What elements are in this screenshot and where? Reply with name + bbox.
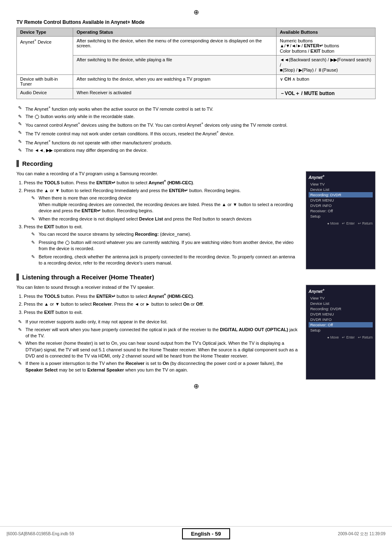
- device-anynet: Anynet+ Device: [17, 37, 73, 75]
- col-header-status: Operating Status: [73, 28, 277, 37]
- listening-intro: You can listen to sound through a receiv…: [16, 285, 299, 290]
- recording-steps: Press the TOOLS button. Press the ENTER↵…: [16, 179, 299, 266]
- screenshot-footer: ● Move↵ Enter↩ Return: [309, 335, 373, 339]
- listening-section-heading: Listening through a Receiver (Home Theat…: [16, 274, 376, 281]
- status-tuner: After switching to the device, when you …: [73, 75, 277, 88]
- recording-intro: You can make a recording of a TV program…: [16, 171, 299, 176]
- menu-item: DVDR MENU: [309, 311, 373, 317]
- recording-section-heading: Recording: [16, 160, 376, 167]
- device-audio: Audio Device: [17, 88, 73, 99]
- footer-right: 2009-04-02 오전 11:39:09: [338, 531, 385, 537]
- col-header-device: Device Type: [17, 28, 73, 37]
- table-row: Device with built-in Tuner After switchi…: [17, 75, 376, 88]
- note-item: The Anynet+ function only works when the…: [16, 105, 376, 112]
- note-item: You can record the source streams by sel…: [31, 231, 299, 237]
- step-item: Press the ▲ or ▼ button to select Receiv…: [24, 301, 299, 307]
- menu-item: Receiver: Off: [309, 208, 373, 214]
- status-audio: When Receiver is activated: [73, 88, 277, 99]
- note-item: Before recording, check whether the ante…: [31, 254, 299, 267]
- buttons-anynet-2: ◄◄(Backward search) / ▶▶(Forward search)…: [277, 56, 376, 75]
- note-item: Pressing the button will record whatever…: [31, 239, 299, 252]
- step-item: Press the ▲ or ▼ button to select Record…: [24, 188, 299, 222]
- table-notes: The Anynet+ function only works when the…: [16, 105, 376, 153]
- top-compass-symbol: ⊕: [16, 8, 376, 16]
- recording-screenshot: Anynet+ View TV Device List Recording: D…: [306, 171, 376, 269]
- listening-main: You can listen to sound through a receiv…: [16, 285, 299, 380]
- menu-item: Setup: [309, 327, 373, 333]
- step-item: Press the EXIT button to exit.: [24, 309, 299, 316]
- listening-screenshot: Anynet+ View TV Device List Recording: D…: [306, 285, 376, 380]
- recording-content: You can make a recording of a TV program…: [16, 171, 376, 269]
- note-item: The ◄◄, ▶▶ operations may differ dependi…: [16, 147, 376, 153]
- menu-item: Device List: [309, 301, 373, 306]
- menu-item: DVDR INFO: [309, 203, 373, 208]
- menu-item: Recording: DVDR: [309, 306, 373, 311]
- menu-item: View TV: [309, 295, 373, 301]
- device-tuner: Device with built-in Tuner: [17, 75, 73, 88]
- bottom-compass-symbol: ⊕: [16, 382, 376, 406]
- remote-control-table: Device Type Operating Status Available B…: [16, 28, 376, 99]
- step-subnotes: When there is more than one recording de…: [24, 195, 299, 222]
- table-row: Anynet+ Device After switching to the de…: [17, 37, 376, 56]
- menu-item-selected: Receiver: Off: [309, 322, 373, 327]
- bottom-bar: [6000-SA]BN68-01985B-Eng.indb 59 English…: [0, 526, 392, 541]
- footer-left: [6000-SA]BN68-01985B-Eng.indb 59: [7, 532, 74, 536]
- note-item: When the receiver (home theater) is set …: [16, 340, 299, 359]
- note-item: When there is more than one recording de…: [31, 195, 299, 214]
- screenshot-footer: ● Move↵ Enter↩ Return: [309, 221, 373, 225]
- menu-item-selected: Recording: DVDR: [309, 192, 373, 197]
- listening-heading: Listening through a Receiver (Home Theat…: [22, 274, 154, 281]
- menu-item: Device List: [309, 187, 373, 192]
- menu-item: View TV: [309, 181, 373, 187]
- listening-notes: If your receiver supports audio only, it…: [16, 319, 299, 373]
- table-row: Audio Device When Receiver is activated …: [17, 88, 376, 99]
- recording-heading: Recording: [22, 160, 53, 167]
- col-header-buttons: Available Buttons: [277, 28, 376, 37]
- buttons-audio: －VOL＋ / MUTE button: [277, 88, 376, 99]
- menu-item: Setup: [309, 214, 373, 219]
- note-item: If there is a power interruption to the …: [16, 360, 299, 373]
- step-item: Press the EXIT button to exit. You can r…: [24, 224, 299, 266]
- note-item: The receiver will work when you have pro…: [16, 327, 299, 339]
- table-title: TV Remote Control Buttons Available in A…: [16, 19, 376, 25]
- section-bar: [16, 160, 19, 167]
- menu-item: DVDR INFO: [309, 317, 373, 322]
- page-number: English - 59: [182, 528, 230, 539]
- listening-content: You can listen to sound through a receiv…: [16, 285, 376, 380]
- step-subnotes: You can record the source streams by sel…: [24, 231, 299, 266]
- note-item: If your receiver supports audio only, it…: [16, 319, 299, 325]
- section-bar: [16, 274, 19, 281]
- note-item: The button works only while in the recor…: [16, 114, 376, 120]
- recording-main: You can make a recording of a TV program…: [16, 171, 299, 269]
- listening-steps: Press the TOOLS button. Press the ENTER↵…: [16, 292, 299, 316]
- note-item: The TV remote control may not work under…: [16, 130, 376, 137]
- menu-item: DVDR MENU: [309, 197, 373, 203]
- status-anynet-2: After switching to the device, while pla…: [73, 56, 277, 75]
- note-item: You cannot control Anynet+ devices using…: [16, 121, 376, 128]
- note-item: When the recording device is not display…: [31, 216, 299, 222]
- status-anynet-1: After switching to the device, when the …: [73, 37, 277, 56]
- step-item: Press the TOOLS button. Press the ENTER↵…: [24, 292, 299, 300]
- step-item: Press the TOOLS button. Press the ENTER↵…: [24, 179, 299, 186]
- screenshot-brand: Anynet+: [309, 174, 373, 180]
- note-item: The Anynet+ functions do not operate wit…: [16, 139, 376, 146]
- buttons-anynet-1: Numeric buttons ▲/▼/◄/►/ ENTER↵ buttons …: [277, 37, 376, 56]
- screenshot-brand: Anynet+: [309, 288, 373, 293]
- page-container: ⊕ TV Remote Control Buttons Available in…: [0, 0, 392, 541]
- buttons-tuner: ∨ CH ∧ button: [277, 75, 376, 88]
